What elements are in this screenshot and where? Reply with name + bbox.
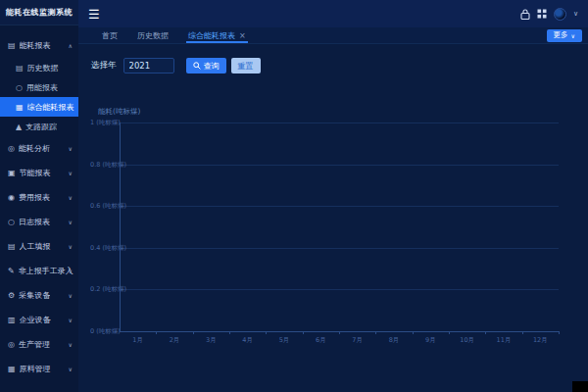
reset-button[interactable]: 重置 (231, 58, 261, 74)
x-tick-label: 5月 (270, 336, 298, 345)
x-tick-mark (413, 331, 414, 334)
tab-history-data[interactable]: 历史数据 (127, 27, 178, 43)
sidebar-item-energy-analysis[interactable]: ◎能耗分析∨ (0, 136, 78, 161)
sidebar-item-label: 采集设备 (19, 290, 50, 301)
layers-icon: ▦ (8, 365, 16, 373)
sidebar-item-energy-use-report[interactable]: ○用能报表 (0, 77, 78, 97)
chevron-down-icon: ∨ (571, 32, 575, 39)
clock-icon: ○ (8, 218, 15, 226)
plot-area: 1 (吨标煤)0.8 (吨标煤)0.6 (吨标煤)0.4 (吨标煤)0.2 (吨… (88, 93, 573, 363)
gear-icon: ⚙ (8, 291, 15, 300)
y-tick-label: 0.2 (吨标煤) (90, 285, 118, 294)
x-tick-label: 4月 (234, 336, 262, 345)
triangle-icon: ▲ (16, 122, 22, 131)
sidebar-item-comprehensive-energy-report[interactable]: ▦综合能耗报表 (0, 97, 78, 117)
user-menu-chevron-icon[interactable]: ∨ (573, 10, 578, 18)
sidebar-item-history-data[interactable]: ▤历史数据 (0, 58, 78, 77)
gridline (120, 122, 559, 123)
top-header: ☰ ∨ (78, 0, 588, 27)
x-tick-label: 3月 (197, 336, 224, 345)
sidebar-item-label: 费用报表 (19, 192, 50, 203)
x-tick-mark (229, 331, 230, 334)
x-tick-mark (303, 331, 304, 334)
chevron-down-icon: ∨ (69, 243, 73, 250)
y-tick-label: 0.8 (吨标煤) (90, 161, 118, 170)
tab-comprehensive-energy-report[interactable]: 综合能耗报表 × (178, 27, 256, 43)
chevron-down-icon: ∨ (69, 219, 73, 225)
analysis-icon: ◎ (8, 144, 15, 153)
fullscreen-grid-icon[interactable] (537, 9, 547, 19)
app-title: 能耗在线监测系统 (0, 0, 78, 25)
sidebar-item-label: 企业设备 (20, 315, 51, 325)
x-tick-mark (375, 331, 376, 334)
tab-label: 首页 (102, 30, 118, 41)
header-actions: ∨ (520, 8, 578, 21)
more-button[interactable]: 更多 ∨ (547, 29, 582, 42)
chevron-down-icon: ∨ (69, 317, 73, 323)
sidebar-item-branch-tracking[interactable]: ▲支路跟踪 (0, 117, 78, 136)
x-tick-mark (266, 331, 267, 334)
x-tick-label: 6月 (307, 336, 334, 345)
chevron-down-icon: ∨ (69, 145, 73, 152)
chart-doc-icon: ▦ (16, 103, 24, 112)
device-icon: ▥ (8, 316, 16, 324)
chevron-down-icon: ∨ (69, 292, 73, 299)
screen-corner-artifact (572, 381, 588, 392)
sidebar-item-label: 综合能耗报表 (27, 102, 74, 113)
more-button-label: 更多 (554, 30, 568, 40)
y-tick-label: 0.6 (吨标煤) (90, 202, 118, 211)
document-icon: ▤ (8, 41, 16, 50)
app-root: 能耗在线监测系统 ▤能耗报表∧▤历史数据○用能报表▦综合能耗报表▲支路跟踪◎能耗… (0, 0, 588, 392)
y-tick-label: 1 (吨标煤) (90, 119, 118, 127)
drop-icon: ○ (16, 83, 23, 92)
sidebar-item-cost-report[interactable]: ◉费用报表∨ (0, 185, 78, 210)
sidebar-item-energy-report[interactable]: ▤能耗报表∧ (0, 33, 78, 58)
chevron-up-icon: ∧ (69, 42, 73, 49)
x-tick-label: 10月 (454, 336, 481, 345)
user-avatar[interactable] (554, 8, 566, 21)
pencil-icon: ✎ (8, 267, 15, 275)
form-icon: ▤ (8, 242, 16, 251)
year-input[interactable] (123, 58, 174, 74)
gridline (120, 206, 559, 207)
sidebar-item-log-report[interactable]: ○日志报表∨ (0, 210, 78, 234)
select-year-label: 选择年 (91, 60, 117, 72)
chevron-down-icon: ∨ (69, 268, 73, 274)
y-tick-label: 0 (吨标煤) (90, 327, 118, 336)
badge-icon: ▣ (8, 169, 16, 177)
sidebar-item-label: 能耗报表 (20, 40, 51, 51)
sidebar-item-label: 能耗分析 (19, 143, 50, 154)
sidebar-item-offline-manual-input[interactable]: ✎非上报手工录入∨ (0, 259, 78, 283)
x-tick-mark (156, 331, 157, 334)
sidebar-item-production-management[interactable]: ◎生产管理∨ (0, 332, 78, 357)
query-form: 选择年 查询 重置 (91, 58, 261, 74)
sidebar-item-enterprise-devices[interactable]: ▥企业设备∨ (0, 308, 78, 332)
document-icon: ▤ (16, 64, 24, 73)
x-tick-label: 11月 (490, 336, 517, 345)
x-tick-mark (522, 331, 523, 334)
query-button[interactable]: 查询 (186, 58, 226, 74)
energy-chart: 能耗(吨标煤) 1 (吨标煤)0.8 (吨标煤)0.6 (吨标煤)0.4 (吨标… (88, 93, 573, 363)
x-tick-label: 2月 (161, 336, 188, 345)
x-tick-label: 7月 (344, 336, 371, 345)
gridline (120, 289, 559, 290)
sidebar-item-collection-devices[interactable]: ⚙采集设备∨ (0, 283, 78, 308)
tab-label: 综合能耗报表 (188, 30, 235, 41)
target-icon: ◎ (8, 340, 15, 349)
sidebar-item-label: 历史数据 (27, 63, 59, 74)
sidebar-item-energy-saving-report[interactable]: ▣节能报表∨ (0, 161, 78, 185)
sidebar-item-label: 支路跟踪 (25, 122, 57, 132)
reset-button-label: 重置 (238, 61, 254, 72)
coin-icon: ◉ (8, 193, 15, 202)
sidebar-item-label: 节能报表 (20, 168, 51, 178)
main-column: ☰ ∨ 首页 历史数据 综合能耗报表 × (78, 0, 588, 392)
menu-toggle-icon[interactable]: ☰ (88, 8, 100, 21)
sidebar-item-label: 非上报手工录入 (19, 266, 74, 276)
tab-home[interactable]: 首页 (92, 27, 127, 43)
close-tab-icon[interactable]: × (239, 31, 246, 40)
sidebar-item-label: 日志报表 (19, 217, 50, 227)
sidebar-item-manual-entry[interactable]: ▤人工填报∨ (0, 234, 78, 259)
y-axis-line (120, 122, 121, 331)
sidebar-item-material-management[interactable]: ▦原料管理∨ (0, 357, 78, 381)
lock-icon[interactable] (520, 9, 530, 20)
